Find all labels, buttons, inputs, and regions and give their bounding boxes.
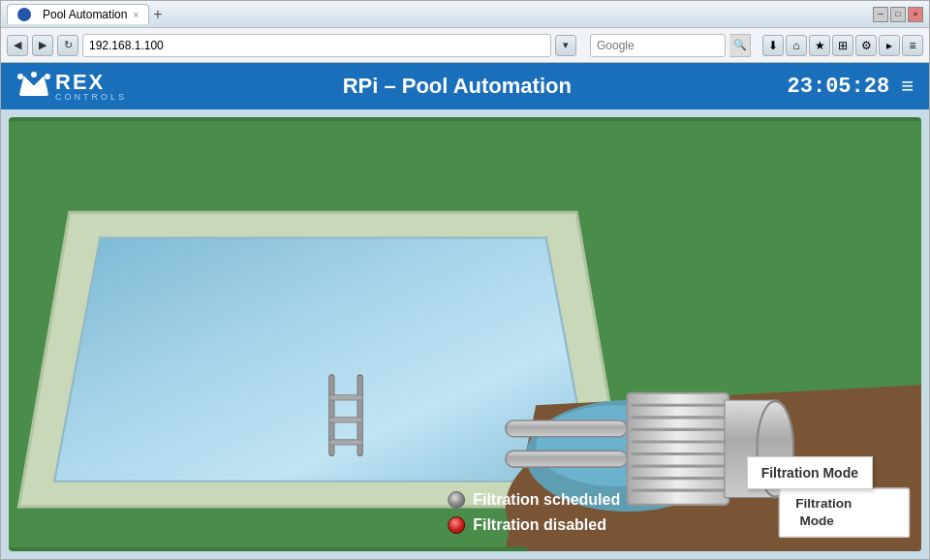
browser-tab[interactable]: Pool Automation × (7, 4, 149, 24)
forward-button[interactable]: ▶ (32, 35, 53, 56)
svg-point-2 (31, 72, 37, 78)
logo-controls-label: CONTROLS (55, 93, 127, 102)
window-chrome: Pool Automation × + ─ □ × ◀ ▶ ↻ ▾ 🔍 ⬇ ⌂ … (0, 0, 930, 560)
new-tab-button[interactable]: + (153, 6, 162, 23)
wrench-icon[interactable]: ⚙ (855, 35, 877, 56)
app-title: RPi – Pool Automation (127, 74, 788, 99)
filtration-mode-label: Filtration Mode (761, 465, 858, 481)
svg-rect-18 (506, 420, 628, 437)
close-button[interactable]: × (908, 7, 923, 22)
status-disabled: Filtration disabled (448, 516, 620, 534)
title-bar: Pool Automation × + ─ □ × (1, 1, 929, 28)
svg-rect-12 (329, 440, 363, 445)
download-icon[interactable]: ⬇ (762, 35, 784, 56)
filtration-mode-button[interactable]: Filtration Mode (747, 456, 873, 489)
scheduled-dot (448, 491, 465, 509)
search-go-button[interactable]: 🔍 (729, 34, 751, 57)
maximize-button[interactable]: □ (890, 7, 906, 22)
svg-rect-20 (627, 393, 728, 505)
scheduled-label: Filtration scheduled (473, 491, 620, 509)
window-controls: ─ □ × (873, 7, 923, 22)
address-input[interactable] (82, 34, 551, 57)
app-header: REX CONTROLS RPi – Pool Automation 23:05… (1, 63, 929, 109)
hamburger-menu-icon[interactable]: ≡ (901, 74, 914, 99)
shield-icon[interactable]: ⊞ (832, 35, 853, 56)
favicon (17, 8, 31, 21)
dropdown-button[interactable]: ▾ (555, 35, 576, 56)
minimize-button[interactable]: ─ (873, 7, 888, 22)
logo-rex-label: REX (55, 72, 127, 93)
back-button[interactable]: ◀ (7, 35, 28, 56)
svg-rect-11 (329, 418, 363, 422)
svg-text:Filtration: Filtration (795, 496, 852, 511)
tab-label: Pool Automation (43, 8, 127, 21)
svg-rect-4 (19, 92, 48, 96)
disabled-label: Filtration disabled (473, 516, 606, 534)
clock-display: 23:05:28 (788, 75, 890, 99)
status-overlay: Filtration scheduled Filtration disabled (448, 491, 620, 534)
search-input[interactable] (590, 34, 726, 57)
pool-scene: Filtration Mode Filtration scheduled Fil… (9, 117, 921, 551)
more-icon[interactable]: ▸ (879, 35, 900, 56)
disabled-dot (448, 516, 465, 534)
address-bar: ◀ ▶ ↻ ▾ 🔍 ⬇ ⌂ ★ ⊞ ⚙ ▸ ≡ (1, 28, 929, 63)
logo-icon (16, 69, 51, 104)
home-icon[interactable]: ⌂ (786, 35, 807, 56)
svg-marker-0 (20, 77, 47, 92)
svg-point-1 (17, 74, 23, 79)
menu-button[interactable]: ≡ (902, 35, 923, 56)
tab-close-button[interactable]: × (133, 10, 139, 20)
logo-text: REX CONTROLS (55, 72, 127, 102)
svg-text:Mode: Mode (799, 513, 834, 528)
toolbar-icons: ⬇ ⌂ ★ ⊞ ⚙ ▸ ≡ (762, 35, 923, 56)
svg-rect-10 (329, 395, 363, 400)
header-right: 23:05:28 ≡ (788, 74, 914, 99)
svg-point-3 (45, 74, 50, 79)
status-scheduled: Filtration scheduled (448, 491, 620, 509)
svg-rect-19 (506, 451, 628, 467)
refresh-button[interactable]: ↻ (57, 35, 78, 56)
bookmarks-icon[interactable]: ★ (809, 35, 830, 56)
svg-marker-7 (54, 238, 592, 482)
logo-area: REX CONTROLS (16, 69, 127, 104)
main-content: Filtration Mode Filtration scheduled Fil… (1, 109, 929, 559)
